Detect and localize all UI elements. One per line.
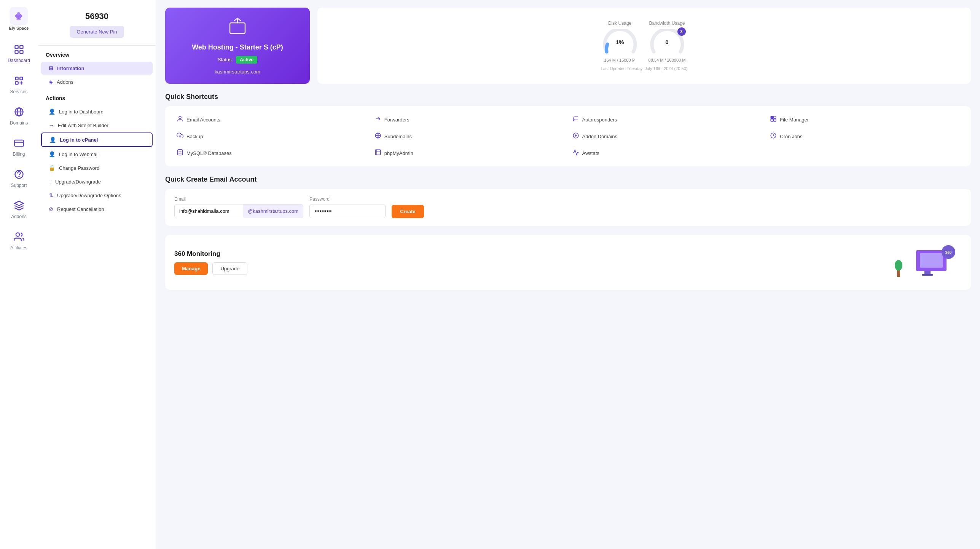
nav-item-login-dashboard[interactable]: 👤 Log in to Dashboard — [41, 105, 153, 118]
password-input[interactable] — [309, 204, 386, 218]
bandwidth-value: 0 — [665, 39, 668, 45]
email-accounts-icon — [177, 115, 183, 124]
backup-icon — [177, 132, 183, 140]
sidebar-item-support[interactable]: Support — [2, 163, 36, 193]
nav-item-label: Change Password — [59, 165, 99, 171]
sidebar-item-domains[interactable]: Domains — [2, 101, 36, 130]
nav-item-addons[interactable]: ◈ Addons — [41, 75, 153, 88]
mysql-icon — [177, 149, 183, 157]
autoresponders-icon — [572, 115, 579, 124]
email-create-title: Quick Create Email Account — [165, 176, 971, 184]
manage-button[interactable]: Manage — [174, 262, 208, 275]
pin-section: 56930 Generate New Pin — [38, 8, 156, 46]
sidebar-item-addons[interactable]: Addons — [2, 194, 36, 224]
nav-item-request-cancellation[interactable]: ⊘ Request Cancellation — [41, 203, 153, 215]
svg-rect-13 — [14, 140, 23, 146]
shortcut-awstats[interactable]: Awstats — [570, 147, 764, 159]
svg-rect-35 — [375, 150, 381, 155]
monitoring-actions: Manage Upgrade — [174, 262, 247, 275]
svg-rect-25 — [771, 119, 773, 121]
nav-item-label: Log in to Dashboard — [59, 109, 104, 115]
awstats-icon — [572, 149, 579, 157]
disk-usage-item: Disk Usage 1% 164 M / 15000 M — [603, 21, 637, 62]
shortcut-autoresponders[interactable]: Autoresponders — [570, 114, 764, 125]
login-webmail-icon: 👤 — [49, 151, 55, 157]
file-manager-icon — [770, 115, 777, 124]
phpmyadmin-icon — [374, 149, 381, 157]
shortcut-label: MySQL® Databases — [186, 150, 232, 156]
nav-item-information[interactable]: ⊞ Information — [41, 62, 153, 75]
nav-item-label: Upgrade/Downgrade — [55, 179, 101, 185]
edit-sitejet-icon: → — [49, 122, 54, 128]
usage-stats: Disk Usage 1% 164 M / 15000 M Bandwidt — [317, 8, 971, 84]
svg-point-2 — [16, 18, 21, 20]
svg-point-45 — [895, 260, 902, 271]
forwarders-icon — [374, 115, 381, 124]
dashboard-icon — [12, 43, 26, 56]
login-cpanel-icon: 👤 — [49, 137, 56, 143]
password-form-group: Password — [309, 196, 386, 218]
nav-item-login-cpanel[interactable]: 👤 Log in to cPanel — [41, 132, 153, 147]
generate-pin-button[interactable]: Generate New Pin — [70, 26, 124, 38]
shortcut-email-accounts[interactable]: Email Accounts — [174, 114, 368, 125]
svg-rect-40 — [924, 271, 931, 274]
nav-item-edit-sitejet[interactable]: → Edit with Sitejet Builder — [41, 119, 153, 132]
svg-rect-26 — [774, 119, 776, 121]
domains-icon — [12, 105, 26, 119]
nav-item-label: Request Cancellation — [57, 206, 104, 212]
email-local-input[interactable] — [175, 204, 243, 218]
shortcut-label: Addon Domains — [582, 134, 618, 139]
svg-rect-4 — [20, 46, 23, 49]
billing-icon — [12, 136, 26, 150]
bandwidth-usage-item: Bandwidth Usage 0 3 88.34 M / 200000 M — [649, 21, 686, 62]
shortcut-addon-domains[interactable]: Addon Domains — [570, 131, 764, 142]
svg-rect-41 — [922, 274, 933, 276]
upgrade-downgrade-icon: ↕ — [49, 179, 51, 185]
hosting-status: Status: Active — [218, 56, 258, 64]
cancellation-icon: ⊘ — [49, 206, 53, 212]
sidebar-item-services[interactable]: Services — [2, 69, 36, 99]
sidebar-item-dashboard[interactable]: Dashboard — [2, 38, 36, 68]
nav-item-login-webmail[interactable]: 👤 Log in to Webmail — [41, 148, 153, 161]
bandwidth-usage-label: Bandwidth Usage — [649, 21, 686, 26]
svg-rect-3 — [15, 46, 18, 49]
nav-item-upgrade-downgrade-options[interactable]: ⇅ Upgrade/Downgrade Options — [41, 189, 153, 202]
shortcut-cron-jobs[interactable]: Cron Jobs — [768, 131, 962, 142]
create-button[interactable]: Create — [392, 205, 424, 218]
shortcut-label: Backup — [186, 134, 203, 139]
shortcut-label: Autoresponders — [582, 117, 617, 123]
shortcut-mysql-databases[interactable]: MySQL® Databases — [174, 147, 368, 159]
shortcut-backup[interactable]: Backup — [174, 131, 368, 142]
upgrade-button[interactable]: Upgrade — [212, 262, 247, 275]
actions-title: Actions — [38, 89, 156, 104]
hosting-section: Web Hosting - Starter S (cP) Status: Act… — [165, 8, 971, 84]
hosting-card-icon — [228, 17, 247, 40]
nav-item-label: Log in to Webmail — [59, 152, 99, 157]
cron-jobs-icon — [770, 132, 777, 140]
app-name: Ely Space — [9, 26, 29, 30]
nav-item-upgrade-downgrade[interactable]: ↕ Upgrade/Downgrade — [41, 175, 153, 188]
email-domain-suffix: @kashmirstartups.com — [243, 204, 303, 218]
svg-text:360: 360 — [945, 251, 952, 255]
addons-nav-icon: ◈ — [49, 79, 53, 85]
svg-rect-24 — [774, 116, 776, 118]
nav-item-label: Information — [57, 65, 84, 71]
shortcut-label: Forwarders — [384, 117, 410, 123]
shortcut-label: Cron Jobs — [780, 134, 802, 139]
shortcut-subdomains[interactable]: Subdomains — [372, 131, 566, 142]
shortcut-phpmyadmin[interactable]: phpMyAdmin — [372, 147, 566, 159]
bandwidth-badge: 3 — [677, 27, 686, 36]
sidebar-item-label: Affiliates — [10, 245, 27, 251]
sidebar-item-label: Billing — [13, 152, 25, 157]
nav-item-change-password[interactable]: 🔒 Change Password — [41, 161, 153, 174]
sidebar-item-billing[interactable]: Billing — [2, 132, 36, 161]
main-container: 56930 Generate New Pin Overview ⊞ Inform… — [38, 0, 980, 549]
shortcut-forwarders[interactable]: Forwarders — [372, 114, 566, 125]
sidebar-item-affiliates[interactable]: Affiliates — [2, 225, 36, 255]
shortcuts-grid: Email Accounts Forwarders Autoresponders… — [165, 106, 971, 166]
shortcut-file-manager[interactable]: File Manager — [768, 114, 962, 125]
monitoring-card: 360 Monitoring Manage Upgrade 360 — [165, 235, 971, 290]
svg-rect-20 — [230, 23, 245, 34]
svg-rect-39 — [920, 253, 943, 268]
overview-title: Overview — [38, 46, 156, 61]
